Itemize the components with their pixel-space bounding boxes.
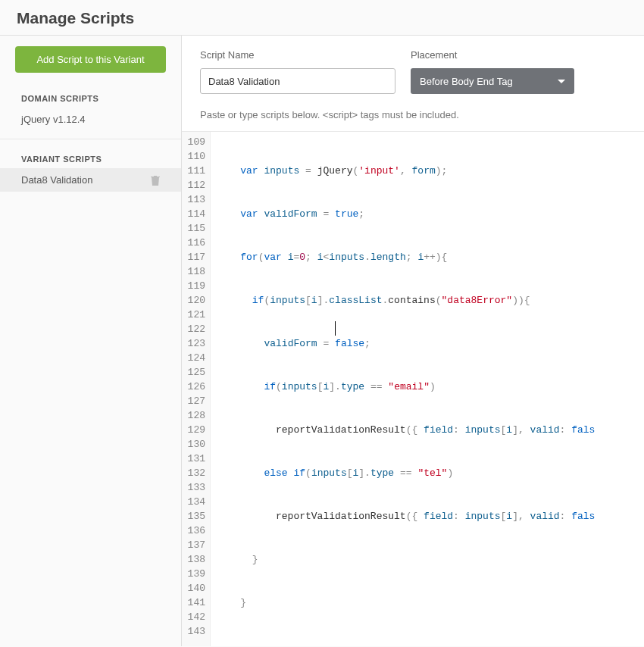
content-panel: Script Name Placement Before Body End Ta… (182, 36, 644, 646)
sidebar-item-data8[interactable]: Data8 Validation (0, 168, 181, 192)
code-area[interactable]: var inputs = jQuery('input', form); var … (211, 132, 595, 646)
line-gutter: 1091101111121131141151161171181191201211… (182, 132, 211, 646)
text-cursor (335, 321, 336, 336)
chevron-down-icon (558, 80, 565, 83)
script-name-label: Script Name (200, 49, 395, 61)
placement-value: Before Body End Tag (420, 76, 513, 87)
trash-icon[interactable] (151, 175, 160, 186)
add-script-button[interactable]: Add Script to this Variant (15, 46, 166, 73)
editor-hint: Paste or type scripts below. <script> ta… (182, 94, 644, 131)
placement-group: Placement Before Body End Tag (411, 49, 574, 94)
main-layout: Add Script to this Variant DOMAIN SCRIPT… (0, 36, 644, 646)
form-row: Script Name Placement Before Body End Ta… (182, 36, 644, 94)
code-editor[interactable]: 1091101111121131141151161171181191201211… (182, 131, 644, 646)
sidebar-item-label: jQuery v1.12.4 (21, 114, 86, 125)
page-title: Manage Scripts (17, 9, 627, 27)
script-name-group: Script Name (200, 49, 395, 94)
script-name-input[interactable] (200, 68, 395, 94)
sidebar-divider (0, 139, 181, 139)
domain-scripts-label: DOMAIN SCRIPTS (0, 86, 181, 108)
page-header: Manage Scripts (0, 0, 644, 36)
placement-label: Placement (411, 49, 574, 61)
sidebar-item-label: Data8 Validation (21, 174, 92, 186)
sidebar-item-jquery[interactable]: jQuery v1.12.4 (0, 108, 181, 131)
placement-select[interactable]: Before Body End Tag (411, 68, 574, 94)
sidebar: Add Script to this Variant DOMAIN SCRIPT… (0, 36, 182, 646)
variant-scripts-label: VARIANT SCRIPTS (0, 147, 181, 168)
